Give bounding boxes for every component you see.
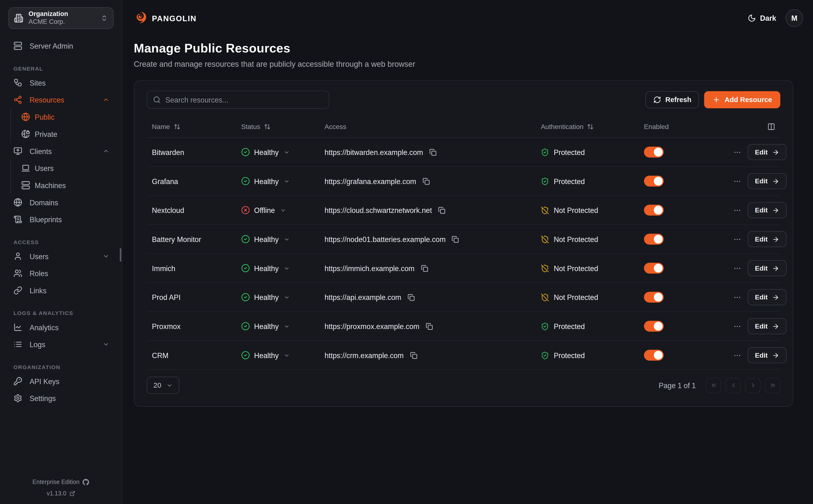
enabled-toggle[interactable] [644, 176, 664, 187]
circle-check-icon [241, 322, 250, 331]
sidebar-item-clients-users[interactable]: Users [17, 159, 114, 177]
status-dropdown[interactable]: Healthy [241, 351, 290, 360]
row-menu-button[interactable] [732, 205, 742, 215]
sidebar-scrollbar-thumb[interactable] [120, 248, 121, 262]
header-status[interactable]: Status [241, 123, 325, 131]
sort-icon [264, 123, 270, 130]
enabled-toggle[interactable] [644, 321, 664, 332]
version-label: v1.13.0 [47, 490, 66, 496]
search-icon [153, 96, 161, 104]
sidebar-item-settings[interactable]: Settings [8, 390, 114, 407]
sidebar-item-links[interactable]: Links [8, 282, 114, 299]
copy-url-button[interactable] [406, 293, 416, 302]
copy-url-button[interactable] [451, 234, 460, 244]
previous-page-button[interactable] [725, 377, 741, 393]
edit-button[interactable]: Edit [748, 231, 786, 247]
sidebar-item-server-admin[interactable]: Server Admin [8, 37, 114, 54]
search-input[interactable] [165, 96, 323, 104]
sidebar-item-clients[interactable]: Clients [8, 143, 114, 160]
edit-button[interactable]: Edit [748, 318, 786, 334]
resource-name: Proxmox [152, 322, 241, 330]
status-label: Healthy [254, 235, 279, 243]
server-icon [21, 181, 30, 190]
add-resource-button[interactable]: Add Resource [705, 91, 780, 108]
copy-url-button[interactable] [420, 263, 429, 273]
refresh-button[interactable]: Refresh [646, 91, 699, 108]
shield-off-icon [541, 264, 549, 272]
edit-button[interactable]: Edit [748, 144, 786, 160]
enabled-toggle[interactable] [644, 147, 664, 158]
edition-label: Enterprise Edition [32, 479, 79, 485]
auth-cell: Not Protected [541, 206, 644, 214]
row-menu-button[interactable] [732, 234, 742, 244]
sidebar-item-blueprints[interactable]: Blueprints [8, 211, 114, 228]
arrow-right-icon [772, 177, 779, 185]
last-page-button[interactable] [765, 377, 780, 393]
row-menu-button[interactable] [732, 263, 742, 273]
sidebar-item-resources[interactable]: Resources [8, 91, 114, 108]
enabled-toggle[interactable] [644, 263, 664, 274]
copy-url-button[interactable] [425, 322, 434, 331]
enabled-toggle[interactable] [644, 234, 664, 245]
copy-url-button[interactable] [409, 350, 418, 360]
building-icon [14, 14, 23, 23]
status-dropdown[interactable]: Healthy [241, 148, 290, 156]
edit-button[interactable]: Edit [748, 289, 786, 305]
sidebar-item-private[interactable]: Private [17, 125, 114, 143]
sidebar-item-domains[interactable]: Domains [8, 194, 114, 211]
copy-url-button[interactable] [428, 147, 438, 157]
circle-check-icon [241, 177, 250, 185]
row-menu-button[interactable] [732, 147, 742, 157]
link-icon [14, 286, 22, 295]
version-line[interactable]: v1.13.0 [0, 488, 122, 499]
sidebar-item-public[interactable]: Public [17, 108, 114, 125]
resource-url: https://crm.example.com [325, 351, 403, 360]
row-menu-button[interactable] [732, 176, 742, 186]
next-page-button[interactable] [745, 377, 761, 393]
sidebar-item-label: Links [30, 286, 109, 295]
shield-check-icon [541, 322, 549, 330]
sidebar-item-users[interactable]: Users [8, 248, 114, 265]
status-dropdown[interactable]: Offline [241, 206, 286, 215]
status-dropdown[interactable]: Healthy [241, 264, 290, 273]
row-menu-button[interactable] [732, 350, 742, 360]
edition-line[interactable]: Enterprise Edition [0, 476, 122, 488]
page-size-select[interactable]: 20 [147, 377, 179, 394]
status-dropdown[interactable]: Healthy [241, 322, 290, 331]
edit-button[interactable]: Edit [748, 260, 786, 276]
sidebar-item-logs[interactable]: Logs [8, 336, 114, 353]
sidebar-item-roles[interactable]: Roles [8, 265, 114, 282]
status-dropdown[interactable]: Healthy [241, 235, 290, 244]
header-authentication[interactable]: Authentication [541, 123, 644, 131]
sidebar-item-sites[interactable]: Sites [8, 74, 114, 91]
header-columns-toggle[interactable] [732, 123, 775, 131]
copy-url-button[interactable] [421, 176, 431, 186]
status-dropdown[interactable]: Healthy [241, 177, 290, 185]
sidebar-item-api-keys[interactable]: API Keys [8, 373, 114, 390]
enabled-toggle[interactable] [644, 205, 664, 216]
sidebar-item-label: Users [35, 164, 109, 172]
row-menu-button[interactable] [732, 292, 742, 302]
sidebar-item-machines[interactable]: Machines [17, 177, 114, 194]
toggle-knob [654, 264, 663, 273]
copy-url-button[interactable] [437, 206, 446, 215]
header-name[interactable]: Name [152, 123, 241, 131]
sidebar-item-label: Clients [30, 147, 95, 155]
copy-icon [410, 352, 417, 359]
status-dropdown[interactable]: Healthy [241, 293, 290, 302]
theme-toggle-button[interactable]: Dark [748, 14, 776, 22]
arrow-right-icon [772, 293, 779, 301]
edit-button[interactable]: Edit [748, 347, 786, 363]
user-avatar[interactable]: M [786, 9, 803, 27]
row-menu-button[interactable] [732, 321, 742, 331]
copy-icon [423, 177, 430, 185]
enabled-toggle[interactable] [644, 350, 664, 361]
enabled-toggle[interactable] [644, 292, 664, 303]
sidebar-item-analytics[interactable]: Analytics [8, 319, 114, 336]
org-selector[interactable]: Organization ACME Corp. [8, 7, 114, 29]
brand[interactable]: PANGOLIN [134, 11, 196, 25]
first-page-button[interactable] [706, 377, 721, 393]
resource-name: Bitwarden [152, 148, 241, 156]
edit-button[interactable]: Edit [748, 173, 786, 189]
edit-button[interactable]: Edit [748, 202, 786, 218]
